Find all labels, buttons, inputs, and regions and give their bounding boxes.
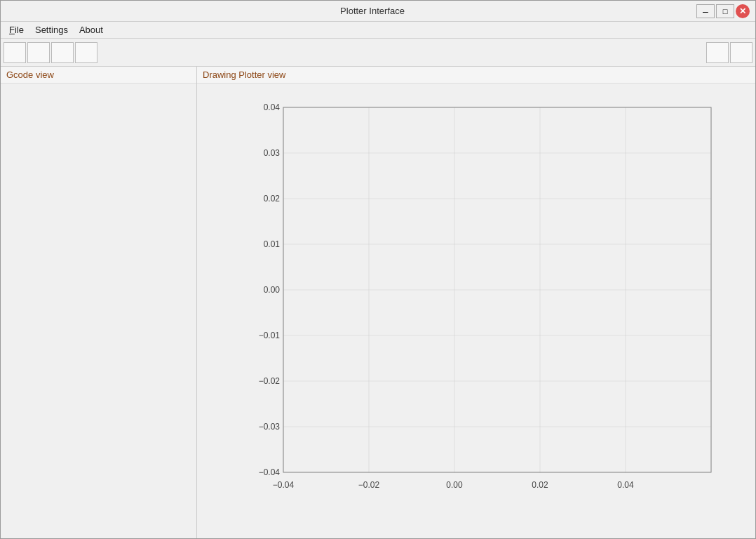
svg-text:−0.02: −0.02 <box>259 376 281 386</box>
toolbar-right <box>706 42 752 63</box>
minimize-button[interactable]: – <box>696 4 715 18</box>
toolbar-button-6[interactable] <box>730 42 752 63</box>
svg-text:0.04: 0.04 <box>617 480 634 490</box>
gcode-view-label: Gcode view <box>1 67 196 84</box>
gcode-panel: Gcode view <box>1 67 197 538</box>
window-title: Plotter Interface <box>48 6 696 16</box>
svg-text:0.00: 0.00 <box>446 480 463 490</box>
toolbar-button-3[interactable] <box>51 42 74 63</box>
svg-text:−0.01: −0.01 <box>259 331 281 340</box>
svg-text:−0.04: −0.04 <box>259 467 281 477</box>
plotter-chart: 0.04 0.03 0.02 0.01 0.00 −0.01 <box>241 100 718 507</box>
svg-text:0.02: 0.02 <box>264 194 281 204</box>
gcode-content-area <box>1 84 196 538</box>
toolbar-button-1[interactable] <box>4 42 26 63</box>
menu-about-label: About <box>79 25 103 35</box>
menu-settings-label: Settings <box>35 25 68 35</box>
toolbar-button-2[interactable] <box>27 42 50 63</box>
svg-text:0.01: 0.01 <box>264 239 281 249</box>
main-content: Gcode view Drawing Plotter view 0.04 0 <box>1 67 755 538</box>
toolbar-button-4[interactable] <box>75 42 97 63</box>
titlebar: Plotter Interface – □ ✕ <box>1 1 755 22</box>
chart-svg: 0.04 0.03 0.02 0.01 0.00 −0.01 <box>241 100 718 507</box>
menubar: File Settings About <box>1 22 755 39</box>
close-button[interactable]: ✕ <box>736 4 750 18</box>
toolbar <box>1 39 755 67</box>
menu-file[interactable]: File <box>4 23 29 36</box>
menu-settings[interactable]: Settings <box>29 23 74 36</box>
toolbar-button-5[interactable] <box>706 42 729 63</box>
plotter-view-label: Drawing Plotter view <box>197 67 755 84</box>
svg-text:−0.02: −0.02 <box>358 480 380 490</box>
svg-text:0.00: 0.00 <box>264 285 281 295</box>
svg-text:−0.03: −0.03 <box>259 422 281 432</box>
plotter-panel: Drawing Plotter view 0.04 0.03 <box>197 67 755 538</box>
svg-text:−0.04: −0.04 <box>273 480 295 490</box>
window-controls: – □ ✕ <box>696 4 750 18</box>
maximize-button[interactable]: □ <box>716 4 734 18</box>
svg-text:0.03: 0.03 <box>264 148 281 158</box>
menu-about[interactable]: About <box>74 23 109 36</box>
svg-text:0.04: 0.04 <box>264 102 281 112</box>
svg-text:0.02: 0.02 <box>532 480 548 490</box>
chart-container: 0.04 0.03 0.02 0.01 0.00 −0.01 <box>197 84 755 538</box>
